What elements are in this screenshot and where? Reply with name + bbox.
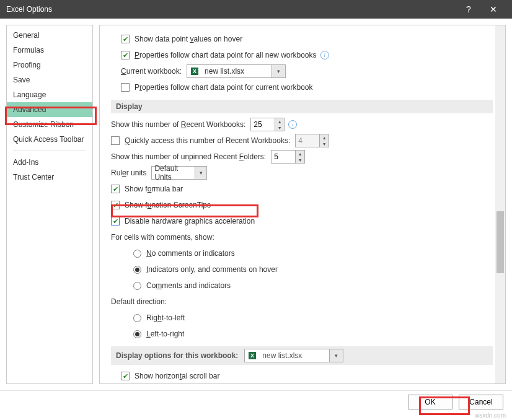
scrollbar-thumb[interactable] — [497, 211, 504, 273]
svg-text:X: X — [193, 68, 196, 74]
label-recent-wb: Show this number of Recent Workbooks: — [111, 120, 245, 129]
spinner-recent-wb[interactable]: ▲▼ — [250, 118, 285, 131]
checkbox-disable-hw[interactable] — [111, 217, 120, 225]
checkbox-data-points-hover[interactable] — [121, 35, 130, 43]
checkbox-formula-bar[interactable] — [111, 185, 120, 193]
excel-file-icon: X — [247, 351, 257, 361]
checkbox-quick-access[interactable] — [111, 136, 120, 145]
sidebar-item-addins[interactable]: Add-Ins — [7, 155, 92, 170]
sidebar-item-qat[interactable]: Quick Access Toolbar — [7, 132, 92, 147]
row-comments-label: For cells with comments, show: — [111, 230, 493, 245]
row-disable-hw: Disable hardware graphics acceleration — [111, 214, 493, 229]
sidebar-item-customize-ribbon[interactable]: Customize Ribbon — [7, 117, 92, 132]
sidebar-item-language[interactable]: Language — [7, 87, 92, 102]
down-arrow-icon[interactable]: ▼ — [296, 157, 304, 163]
window-title: Excel Options — [6, 5, 456, 14]
label-comments: For cells with comments, show: — [111, 233, 214, 242]
row-screentips: Show function ScreenTips — [111, 198, 493, 212]
close-button[interactable]: ✕ — [481, 0, 506, 19]
section-display-wb-label: Display options for this workbook: — [116, 351, 238, 360]
row-comments-both: Comments and indicators — [133, 278, 493, 293]
row-current-workbook: Current workbook: X new list.xlsx ▾ — [121, 64, 493, 79]
spinner-unpinned[interactable]: ▲▼ — [271, 150, 305, 164]
svg-text:X: X — [250, 352, 254, 359]
input-quick-access — [296, 134, 319, 147]
label-current-workbook: Current workbook: — [121, 67, 182, 76]
chevron-down-icon[interactable]: ▾ — [271, 65, 285, 77]
checkbox-hscroll[interactable] — [121, 372, 130, 380]
radio-ltr[interactable] — [133, 330, 141, 338]
input-recent-wb[interactable] — [251, 118, 275, 131]
titlebar: Excel Options ? ✕ — [0, 0, 512, 19]
section-display-wb: Display options for this workbook: X new… — [111, 346, 493, 365]
info-icon[interactable]: i — [320, 51, 329, 59]
sidebar: General Formulas Proofing Save Language … — [6, 25, 93, 384]
radio-comments-both[interactable] — [133, 282, 141, 290]
section-display: Display — [111, 100, 493, 113]
row-unpinned: Show this number of unpinned Recent Fold… — [111, 149, 493, 164]
dialog-body: General Formulas Proofing Save Language … — [0, 19, 512, 390]
label-ltr: Left-to-right — [146, 330, 184, 338]
down-arrow-icon: ▼ — [320, 141, 329, 147]
label-ruler: Ruler units — [111, 168, 146, 177]
label-disable-hw: Disable hardware graphics acceleration — [125, 217, 255, 225]
up-arrow-icon: ▲ — [320, 134, 329, 141]
watermark: wsxdn.com — [475, 412, 506, 419]
sidebar-item-advanced[interactable]: Advanced — [7, 102, 92, 117]
checkbox-properties-all[interactable] — [121, 51, 130, 59]
label-rtl: Right-to-left — [146, 313, 185, 322]
up-arrow-icon[interactable]: ▲ — [275, 118, 284, 125]
combo-ruler[interactable]: Default Units ▾ — [151, 166, 207, 180]
row-properties-current: Properties follow chart data point for c… — [121, 80, 493, 95]
row-data-points-hover: Show data point values on hover — [121, 32, 493, 46]
label-comments-none: No comments or indicators — [146, 249, 235, 258]
radio-comments-indicators[interactable] — [133, 266, 141, 274]
row-recent-wb: Show this number of Recent Workbooks: ▲▼… — [111, 117, 493, 132]
radio-comments-none[interactable] — [133, 250, 141, 258]
label-properties-current: Properties follow chart data point for c… — [135, 83, 313, 92]
label-screentips: Show function ScreenTips — [125, 201, 211, 209]
info-icon[interactable]: i — [288, 120, 297, 129]
label-data-points-hover: Show data point values on hover — [135, 35, 242, 43]
combo-display-wb[interactable]: X new list.xlsx ▾ — [244, 349, 343, 362]
row-comments-none: No comments or indicators — [133, 246, 493, 261]
row-ltr: Left-to-right — [133, 326, 493, 341]
label-hscroll: Show horizontal scroll bar — [135, 372, 219, 380]
checkbox-properties-current[interactable] — [121, 83, 130, 92]
combo-ruler-text: Default Units — [152, 164, 195, 182]
row-quick-access: Quickly access this number of Recent Wor… — [111, 133, 493, 148]
sidebar-item-formulas[interactable]: Formulas — [7, 43, 92, 58]
vertical-scrollbar[interactable] — [495, 25, 505, 383]
ok-button[interactable]: OK — [408, 395, 452, 409]
sidebar-separator — [13, 151, 86, 151]
sidebar-item-general[interactable]: General — [7, 28, 92, 43]
input-unpinned[interactable] — [271, 151, 295, 163]
cancel-button[interactable]: Cancel — [459, 395, 503, 409]
row-comments-indicators: Indicators only, and comments on hover — [133, 262, 493, 277]
row-formula-bar: Show formula bar — [111, 182, 493, 196]
label-unpinned: Show this number of unpinned Recent Fold… — [111, 152, 266, 161]
down-arrow-icon[interactable]: ▼ — [275, 125, 284, 131]
combo-current-workbook[interactable]: X new list.xlsx ▾ — [187, 64, 286, 78]
label-quick-access: Quickly access this number of Recent Wor… — [125, 136, 290, 145]
sidebar-item-trust-center[interactable]: Trust Center — [7, 170, 92, 185]
up-arrow-icon[interactable]: ▲ — [296, 151, 304, 157]
checkbox-screentips[interactable] — [111, 201, 120, 209]
row-rtl: Right-to-left — [133, 310, 493, 325]
chevron-down-icon[interactable]: ▾ — [195, 167, 207, 179]
main-panel: Show data point values on hover Properti… — [99, 25, 506, 384]
sidebar-item-proofing[interactable]: Proofing — [7, 58, 92, 72]
label-comments-indicators: Indicators only, and comments on hover — [146, 265, 278, 274]
label-formula-bar: Show formula bar — [125, 185, 183, 193]
label-comments-both: Comments and indicators — [146, 281, 231, 290]
radio-rtl[interactable] — [133, 314, 141, 322]
row-ruler: Ruler units Default Units ▾ — [111, 165, 493, 180]
dialog-footer: OK Cancel — [0, 390, 512, 413]
combo-current-workbook-text: new list.xlsx — [202, 67, 247, 76]
spinner-quick-access: ▲▼ — [295, 134, 329, 147]
chevron-down-icon[interactable]: ▾ — [329, 349, 343, 362]
row-direction-label: Default direction: — [111, 294, 493, 309]
help-button[interactable]: ? — [456, 0, 481, 19]
sidebar-item-save[interactable]: Save — [7, 72, 92, 87]
label-direction: Default direction: — [111, 297, 167, 306]
